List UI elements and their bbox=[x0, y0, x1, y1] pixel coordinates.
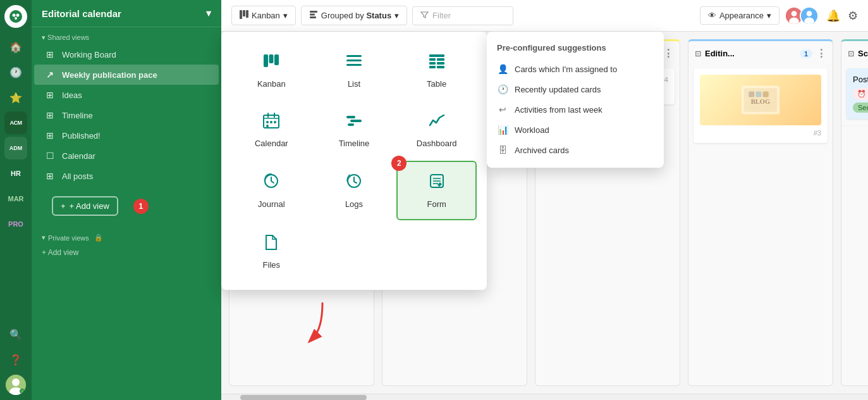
notifications-bell-icon[interactable]: 🔔 bbox=[826, 9, 840, 23]
sidebar-item-label: All posts bbox=[62, 172, 93, 181]
suggestion-recent[interactable]: 🕐 Recently updated cards bbox=[487, 79, 664, 99]
card-post2-tag: Section 2 bbox=[853, 103, 868, 113]
view-option-files[interactable]: Files bbox=[231, 223, 312, 280]
filter-label: Filter bbox=[432, 11, 451, 20]
sidebar-item-calendar[interactable]: ☐ Calendar bbox=[34, 146, 219, 166]
view-option-table[interactable]: Table bbox=[396, 42, 477, 99]
view-option-logs[interactable]: Logs bbox=[314, 161, 394, 220]
card-blog-editing[interactable]: BLOG #3 bbox=[694, 68, 828, 143]
step2-badge: 2 bbox=[391, 156, 406, 171]
scrollbar-thumb[interactable] bbox=[240, 395, 367, 400]
kanban-view-button[interactable]: Kanban ▾ bbox=[231, 6, 296, 25]
sidebar-item-published[interactable]: ⊞ Published! bbox=[34, 125, 219, 146]
sidebar: Editorial calendar ▾ ▾ Shared views ⊞ Wo… bbox=[32, 0, 221, 400]
add-view-button[interactable]: + + Add view bbox=[52, 196, 118, 216]
private-caret: ▾ bbox=[42, 234, 46, 242]
clock-icon-2: ⏰ bbox=[857, 90, 866, 98]
svg-rect-30 bbox=[346, 64, 362, 66]
grouped-caret: ▾ bbox=[394, 11, 399, 20]
add-view-panel: Kanban List bbox=[221, 32, 487, 290]
person-icon: 👤 bbox=[497, 64, 508, 74]
suggestion-activities[interactable]: ↩ Activities from last week bbox=[487, 99, 664, 120]
grouped-by-button[interactable]: Grouped by Status ▾ bbox=[301, 6, 407, 25]
dashboard-view-icon bbox=[428, 111, 446, 134]
suggestion-label: Activities from last week bbox=[515, 105, 602, 115]
kanban-caret: ▾ bbox=[283, 11, 288, 20]
view-option-list[interactable]: List bbox=[314, 42, 394, 99]
card-post2-title: Post 2 ▶ bbox=[853, 75, 868, 84]
sidebar-item-label: Weekly publication pace bbox=[62, 70, 157, 80]
acm-badge[interactable]: ACM bbox=[4, 111, 27, 134]
sidebar-header[interactable]: Editorial calendar ▾ bbox=[32, 0, 221, 27]
view-option-form[interactable]: 2 Form bbox=[396, 161, 477, 220]
calendar-icon: ☐ bbox=[44, 151, 56, 161]
view-option-kanban[interactable]: Kanban bbox=[231, 42, 312, 99]
view-option-calendar[interactable]: Calendar bbox=[231, 101, 312, 158]
sidebar-item-weekly-pace[interactable]: ↗ Weekly publication pace bbox=[34, 65, 219, 85]
user-avatar-2 bbox=[800, 6, 819, 25]
clock-icon[interactable]: 🕐 bbox=[4, 61, 27, 84]
calendar-option-label: Calendar bbox=[255, 139, 288, 148]
appearance-button[interactable]: 👁 Appearance ▾ bbox=[700, 6, 779, 25]
sidebar-item-timeline[interactable]: ⊞ Timeline bbox=[34, 105, 219, 125]
view-options-grid: Kanban List bbox=[231, 42, 477, 280]
view-option-timeline[interactable]: Timeline bbox=[314, 101, 394, 158]
calendar-view-icon bbox=[262, 111, 280, 134]
shared-views-caret: ▾ bbox=[42, 34, 47, 41]
step1-badge: 1 bbox=[133, 199, 149, 214]
private-views-label: ▾ Private views 🔒 bbox=[42, 234, 211, 242]
suggestion-archived[interactable]: 🗄 Archived cards bbox=[487, 140, 664, 160]
user-avatars bbox=[785, 6, 819, 25]
search-icon[interactable]: 🔍 bbox=[4, 323, 27, 346]
appearance-caret: ▾ bbox=[767, 11, 771, 20]
kanban-label: Kanban bbox=[252, 11, 280, 20]
collapse-scheduled-icon[interactable]: ⊡ bbox=[848, 49, 854, 58]
icon-bar: 🏠 🕐 ⭐ ACM ADM HR MAR PRO 🔍 ❓ bbox=[0, 0, 32, 400]
app-logo[interactable] bbox=[4, 5, 27, 28]
adm-badge[interactable]: ADM bbox=[4, 137, 27, 159]
private-add-view-button[interactable]: + Add view bbox=[42, 246, 211, 259]
hr-badge[interactable]: HR bbox=[4, 162, 27, 185]
timeline-option-label: Timeline bbox=[339, 139, 370, 148]
svg-rect-29 bbox=[346, 59, 362, 61]
collapse-editing-icon[interactable]: ⊡ bbox=[695, 49, 701, 58]
suggestions-title: Pre-configured suggestions bbox=[487, 39, 664, 59]
svg-rect-35 bbox=[437, 62, 444, 65]
sidebar-item-ideas[interactable]: ⊞ Ideas bbox=[34, 85, 219, 105]
view-option-dashboard[interactable]: Dashboard bbox=[396, 101, 477, 158]
suggestion-workload[interactable]: 📊 Workload bbox=[487, 120, 664, 140]
private-views-section: ▾ Private views 🔒 + Add view bbox=[32, 226, 221, 267]
svg-rect-32 bbox=[429, 58, 436, 61]
journal-option-label: Journal bbox=[258, 199, 285, 209]
filter-button[interactable]: Filter bbox=[412, 6, 513, 25]
home-icon[interactable]: 🏠 bbox=[4, 35, 27, 58]
form-view-icon bbox=[428, 172, 446, 194]
sidebar-item-working-board[interactable]: ⊞ Working Board bbox=[34, 44, 219, 65]
svg-point-45 bbox=[266, 125, 269, 127]
plus-icon: + bbox=[61, 201, 66, 211]
published-icon: ⊞ bbox=[44, 130, 56, 141]
help-icon[interactable]: ❓ bbox=[4, 348, 27, 371]
activities-icon: ↩ bbox=[497, 104, 508, 115]
suggestion-assigned[interactable]: 👤 Cards which I'm assigned to bbox=[487, 59, 664, 79]
table-view-icon bbox=[428, 52, 446, 74]
settings-gear-icon[interactable]: ⚙ bbox=[848, 9, 858, 23]
svg-rect-48 bbox=[348, 123, 354, 126]
user-avatar-small[interactable] bbox=[6, 375, 26, 395]
svg-rect-28 bbox=[346, 55, 362, 57]
column-scheduled: ⊡ Sche... 1 ⋮ Post 2 ▶ #2 ⏰ Aug 30, 2019… bbox=[841, 39, 868, 386]
horizontal-scrollbar[interactable] bbox=[221, 394, 868, 400]
logs-view-icon bbox=[345, 172, 363, 194]
card-post2-header: Post 2 ▶ #2 bbox=[853, 75, 868, 84]
mar-badge[interactable]: MAR bbox=[4, 187, 27, 210]
svg-rect-12 bbox=[310, 16, 316, 18]
dashboard-option-label: Dashboard bbox=[417, 139, 457, 148]
sidebar-item-all-posts[interactable]: ⊞ All posts bbox=[34, 166, 219, 186]
card-post2[interactable]: Post 2 ▶ #2 ⏰ Aug 30, 2019 Section 2 bbox=[847, 68, 868, 119]
column-more-editing[interactable]: ⋮ bbox=[816, 47, 826, 59]
add-card-scheduled-button[interactable]: + bbox=[841, 125, 868, 153]
view-option-journal[interactable]: Journal bbox=[231, 161, 312, 220]
star-icon[interactable]: ⭐ bbox=[4, 86, 27, 109]
column-more-writing[interactable]: ⋮ bbox=[663, 47, 673, 59]
pro-badge[interactable]: PRO bbox=[4, 213, 27, 235]
